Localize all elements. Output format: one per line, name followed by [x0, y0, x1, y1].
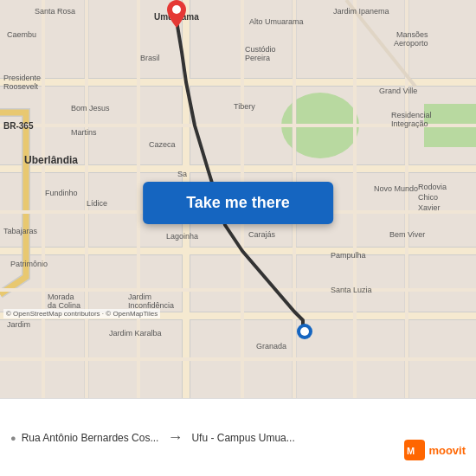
moovit-icon: M	[404, 440, 425, 460]
app: Santa Rosa Umuarama Alto Umuarama Jardim…	[0, 0, 476, 476]
arrow-icon: →	[167, 428, 183, 447]
origin-marker	[296, 323, 313, 344]
svg-text:M: M	[407, 446, 415, 456]
moovit-text: moovit	[428, 444, 466, 457]
from-dot: ●	[10, 433, 16, 443]
map-attribution: © OpenStreetMap contributors · © OpenMap…	[3, 309, 160, 318]
svg-point-30	[300, 327, 309, 336]
from-text: Rua Antônio Bernardes Cos...	[22, 432, 159, 444]
take-me-there-button[interactable]: Take me there	[143, 182, 333, 224]
route-info: ● Rua Antônio Bernardes Cos... → Ufu - C…	[10, 428, 466, 447]
map-container: Santa Rosa Umuarama Alto Umuarama Jardim…	[0, 0, 476, 398]
bottom-bar: ● Rua Antônio Bernardes Cos... → Ufu - C…	[0, 398, 476, 476]
moovit-logo: M moovit	[404, 440, 466, 460]
destination-marker	[167, 0, 186, 31]
to-text: Ufu - Campus Umua...	[191, 432, 294, 444]
svg-point-28	[172, 5, 181, 14]
